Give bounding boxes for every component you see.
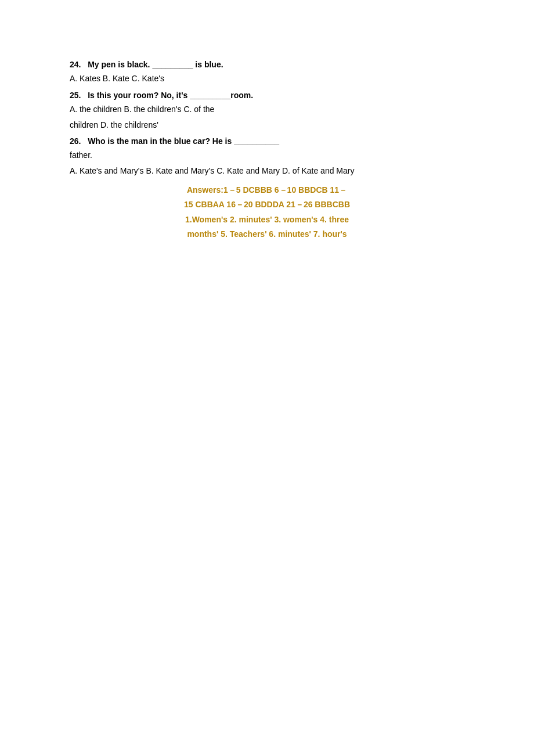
q24-number: 24. [70, 60, 81, 69]
answers-line2: 15 CBBAA 16－20 BDDDA 21－26 BBBCBB [70, 197, 464, 212]
question-25: 25. Is this your room? No, it's ________… [70, 89, 464, 131]
q25-options-line1: A. the children B. the children's C. of … [70, 103, 464, 116]
content-area: 24. My pen is black. _________ is blue. … [70, 58, 464, 242]
q25-number: 25. [70, 91, 81, 100]
q25-question: Is this your room? No, it's _________roo… [88, 91, 253, 100]
q25-text: 25. Is this your room? No, it's ________… [70, 89, 464, 102]
q26-options: A. Kate's and Mary's B. Kate and Mary's … [70, 164, 464, 177]
q24-options: A. Kates B. Kate C. Kate's [70, 72, 464, 85]
answers-line1: Answers:1－5 DCBBB 6－10 BBDCB 11－ [70, 183, 464, 197]
question-26: 26. Who is the man in the blue car? He i… [70, 135, 464, 177]
q26-question: Who is the man in the blue car? He is __… [88, 136, 279, 146]
q24-text: 24. My pen is black. _________ is blue. [70, 58, 464, 71]
q26-text2: father. [70, 149, 464, 161]
answers-line3: 1.Women's 2. minutes' 3. women's 4. thre… [70, 213, 464, 227]
q24-question: My pen is black. _________ is blue. [88, 60, 223, 69]
q26-number: 26. [70, 136, 81, 146]
answers-line4: months' 5. Teachers' 6. minutes' 7. hour… [70, 227, 464, 242]
question-24: 24. My pen is black. _________ is blue. … [70, 58, 464, 85]
q26-text: 26. Who is the man in the blue car? He i… [70, 135, 464, 147]
q25-options-line2: children D. the childrens' [70, 118, 464, 131]
answers-block: Answers:1－5 DCBBB 6－10 BBDCB 11－ 15 CBBA… [70, 183, 464, 242]
